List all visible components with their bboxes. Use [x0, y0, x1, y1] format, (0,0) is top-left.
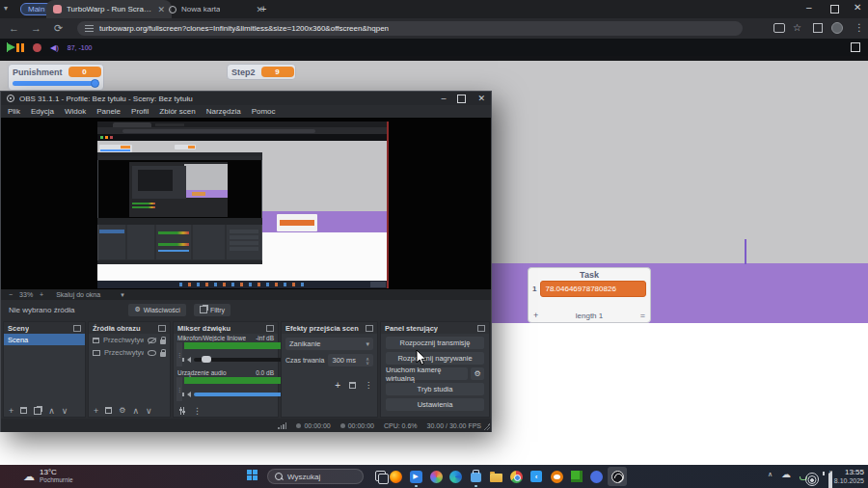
blender-icon[interactable]: [549, 469, 564, 484]
obs-titlebar[interactable]: OBS 31.1.1 - Profile: Bez tytułu - Sceny…: [1, 92, 491, 105]
exit-fullscreen-icon[interactable]: [851, 42, 860, 52]
list-monitor-task[interactable]: Task 1 78.04646978780826 + length 1 =: [528, 267, 651, 323]
source-properties-icon[interactable]: ⚙: [119, 406, 125, 415]
bookmark-star-icon[interactable]: ☆: [793, 22, 801, 33]
list-resize-handle[interactable]: =: [640, 311, 645, 320]
zoom-mode-select[interactable]: Skaluj do okna: [56, 291, 100, 298]
monitor-punishment[interactable]: Punishment 0: [8, 64, 104, 91]
speaker-icon[interactable]: [184, 357, 191, 363]
zoom-in-button[interactable]: +: [40, 291, 43, 298]
zoom-out-button[interactable]: −: [9, 291, 13, 298]
window-close-button[interactable]: ✕: [854, 2, 861, 13]
obs-icon[interactable]: [610, 469, 625, 484]
add-transition-button[interactable]: +: [335, 380, 340, 391]
remove-scene-icon[interactable]: [20, 407, 27, 414]
duplicate-scene-icon[interactable]: [34, 407, 41, 415]
add-source-button[interactable]: +: [94, 406, 98, 416]
tab-search-caret-icon[interactable]: ▾: [4, 4, 8, 13]
menu-zbior-scen[interactable]: Zbiór scen: [159, 107, 195, 116]
resize-grip[interactable]: [483, 423, 490, 430]
stop-icon[interactable]: [33, 43, 41, 52]
photos-icon[interactable]: [428, 469, 444, 484]
new-tab-button[interactable]: +: [260, 3, 266, 14]
clock[interactable]: 13:55 8.10.2025: [829, 468, 864, 485]
menu-edycja[interactable]: Edycja: [31, 107, 54, 116]
chrome-icon[interactable]: [508, 469, 524, 484]
store-icon[interactable]: [468, 469, 483, 484]
dock-popout-icon[interactable]: [366, 325, 373, 332]
transition-select[interactable]: Zanikanie ▾: [285, 338, 373, 350]
filters-button[interactable]: Filtry: [194, 304, 231, 316]
menu-profil[interactable]: Profil: [131, 107, 149, 116]
media-app-icon[interactable]: ▶: [408, 469, 423, 484]
menu-narzedzia[interactable]: Narzędzia: [206, 107, 241, 116]
properties-button[interactable]: ⚙ Właściwości: [128, 304, 185, 316]
spin-down-icon[interactable]: ∨: [366, 361, 369, 365]
vscode-icon[interactable]: ‹: [529, 469, 544, 484]
channel-menu-icon[interactable]: ⋮: [176, 342, 182, 366]
forward-icon[interactable]: →: [31, 23, 41, 34]
browser-menu-icon[interactable]: ⋮: [854, 22, 864, 33]
eye-icon[interactable]: [148, 350, 156, 356]
lock-icon[interactable]: [160, 339, 166, 344]
remove-source-icon[interactable]: [105, 407, 112, 414]
speaker-icon[interactable]: [184, 392, 191, 397]
settings-button[interactable]: Ustawienia: [386, 398, 484, 411]
eye-slash-icon[interactable]: [148, 338, 156, 343]
virtual-camera-button[interactable]: Uruchom kamerę wirtualną: [386, 367, 468, 380]
obs-window[interactable]: OBS 31.1.1 - Profile: Bez tytułu - Sceny…: [0, 91, 492, 432]
monitor-step2[interactable]: Step2 9: [227, 64, 296, 80]
back-icon[interactable]: ←: [9, 23, 19, 34]
window-minimize-button[interactable]: –: [806, 2, 812, 13]
zoom-mode-caret-icon[interactable]: ▾: [121, 291, 124, 299]
side-panel-icon[interactable]: [773, 23, 785, 33]
scene-down-icon[interactable]: ∨: [62, 406, 68, 416]
file-explorer-icon[interactable]: [488, 469, 503, 484]
start-streaming-button[interactable]: Rozpocznij transmisję: [386, 337, 484, 349]
extensions-icon[interactable]: [813, 23, 823, 33]
channel-menu-icon[interactable]: ⋮: [176, 377, 182, 401]
onedrive-icon[interactable]: ☁: [781, 469, 791, 479]
obs-minimize-button[interactable]: –: [441, 94, 446, 103]
task-view-icon[interactable]: [375, 471, 386, 481]
remove-transition-icon[interactable]: [349, 382, 356, 389]
site-info-icon[interactable]: [85, 25, 94, 32]
menu-widok[interactable]: Widok: [65, 107, 86, 116]
source-up-icon[interactable]: ∧: [132, 406, 139, 416]
add-scene-button[interactable]: +: [9, 406, 14, 416]
pause-icon[interactable]: [16, 43, 24, 52]
app-icon-blue[interactable]: [588, 469, 604, 484]
transition-menu-icon[interactable]: ⋮: [365, 381, 372, 390]
scene-list-item[interactable]: Scena: [4, 334, 85, 345]
source-list-item[interactable]: Przechwytywa: [89, 346, 170, 359]
start-button[interactable]: [247, 470, 258, 480]
edge-icon[interactable]: [448, 469, 463, 484]
menu-panele[interactable]: Panele: [96, 107, 121, 116]
minecraft-icon[interactable]: [569, 469, 584, 484]
slider-handle[interactable]: [91, 79, 99, 88]
firefox-icon[interactable]: [388, 469, 403, 484]
tab-turbowarp[interactable]: TurboWarp - Run Scratch proj ✕: [46, 0, 172, 18]
reload-icon[interactable]: ⟳: [54, 23, 63, 34]
lock-icon[interactable]: [160, 352, 166, 357]
advanced-audio-icon[interactable]: [178, 407, 186, 415]
obs-close-button[interactable]: ✕: [477, 94, 485, 103]
mixer-menu-icon[interactable]: ⋮: [193, 406, 202, 416]
url-bar[interactable]: turbowarp.org/fullscreen?clones=Infinity…: [77, 21, 743, 36]
virtual-camera-settings-icon[interactable]: ⚙: [471, 367, 484, 380]
search-input[interactable]: Wyszukaj: [267, 469, 364, 484]
window-maximize-button[interactable]: [830, 5, 839, 14]
dock-popout-icon[interactable]: [73, 325, 81, 332]
source-down-icon[interactable]: ∨: [146, 406, 152, 416]
tray-chevron-icon[interactable]: ∧: [768, 471, 773, 478]
scene-up-icon[interactable]: ∧: [48, 406, 55, 416]
obs-maximize-button[interactable]: [457, 95, 466, 103]
volume-handle[interactable]: [202, 356, 211, 363]
studio-mode-button[interactable]: Tryb studia: [386, 383, 484, 395]
source-list-item[interactable]: Przechwytywa: [89, 334, 170, 346]
speaker-icon[interactable]: ◀): [50, 43, 59, 52]
dock-popout-icon[interactable]: [477, 325, 485, 332]
menu-plik[interactable]: Plik: [8, 107, 20, 116]
menu-pomoc[interactable]: Pomoc: [252, 107, 276, 116]
start-recording-button[interactable]: Rozpocznij nagrywanie: [386, 352, 484, 365]
